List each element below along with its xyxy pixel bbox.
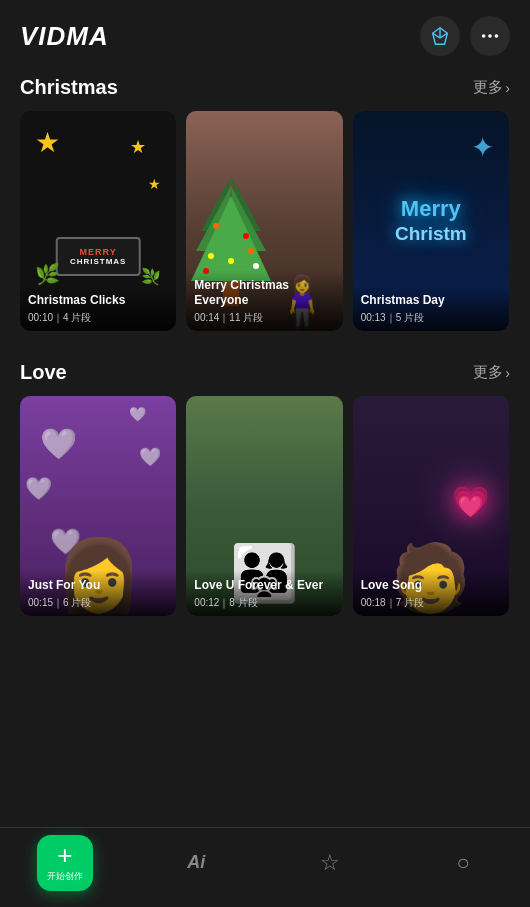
love-card2-title: Love U Forever & Ever <box>194 578 334 594</box>
card3-title: Christmas Day <box>361 293 501 309</box>
love-card1-info: Just For You 00:15｜6 片段 <box>20 570 176 616</box>
card3-meta: 00:13｜5 片段 <box>361 311 501 325</box>
svg-point-16 <box>253 263 259 269</box>
holly-icon-left: 🌿 <box>35 262 60 286</box>
star-icon-3: ★ <box>148 176 161 192</box>
main-content: Christmas 更多 › ★ ★ ★ MERRY CHRISTMAS <box>0 66 530 726</box>
merry-christmas-blue-text: Merry Christm <box>385 186 477 255</box>
love-card3-info: Love Song 00:18｜7 片段 <box>353 570 509 616</box>
love-card3-meta: 00:18｜7 片段 <box>361 596 501 610</box>
profile-icon: ○ <box>457 850 470 876</box>
love-card3-title: Love Song <box>361 578 501 594</box>
christmas-more-link[interactable]: 更多 › <box>473 78 510 97</box>
love-card2-meta: 00:12｜8 片段 <box>194 596 334 610</box>
more-icon <box>479 25 501 47</box>
ai-icon: Ai <box>187 852 205 873</box>
love-card2-info: Love U Forever & Ever 00:12｜8 片段 <box>186 570 342 616</box>
chevron-right-icon-love: › <box>505 365 510 381</box>
merry-christmas-label: MERRY CHRISTMAS <box>56 237 141 276</box>
love-cards-row: 🤍 🤍 🤍 🤍 🤍 👩 Just For You 00:15｜6 片段 👨‍👩‍… <box>0 396 530 636</box>
christmas-card-2[interactable]: 🧍‍♀️ Merry Christmas Everyone 00:14｜11 片… <box>186 111 342 331</box>
nav-favorites[interactable]: ☆ <box>300 850 360 876</box>
love-card-3[interactable]: 💗 🧑 Love Song 00:18｜7 片段 <box>353 396 509 616</box>
love-card1-meta: 00:15｜6 片段 <box>28 596 168 610</box>
svg-point-13 <box>208 253 214 259</box>
star-icon-1: ★ <box>35 126 60 159</box>
christmas-more-label: 更多 <box>473 78 503 97</box>
app-header: VIDMA <box>0 0 530 66</box>
card1-info: Christmas Clicks 00:10｜4 片段 <box>20 285 176 331</box>
holly-icon-right: 🌿 <box>141 267 161 286</box>
create-button[interactable]: + 开始创作 <box>37 835 93 891</box>
love-card-2[interactable]: 👨‍👩‍👧 Love U Forever & Ever 00:12｜8 片段 <box>186 396 342 616</box>
love-card1-title: Just For You <box>28 578 168 594</box>
svg-point-17 <box>228 258 234 264</box>
svg-point-14 <box>248 248 254 254</box>
nav-profile[interactable]: ○ <box>433 850 493 876</box>
star-icon-2: ★ <box>130 136 146 158</box>
svg-point-4 <box>495 34 499 38</box>
heart-icon-1: 🤍 <box>40 426 77 461</box>
nav-ai[interactable]: Ai <box>166 852 226 873</box>
pink-heart-icon: 💗 <box>452 484 489 519</box>
christmas-card-3[interactable]: ✦ Merry Christm Christmas Day 00:13｜5 片段 <box>353 111 509 331</box>
christmas-title: Christmas <box>20 76 118 99</box>
card1-title: Christmas Clicks <box>28 293 168 309</box>
gem-button[interactable] <box>420 16 460 56</box>
svg-point-12 <box>243 233 249 239</box>
create-label: 开始创作 <box>47 870 83 883</box>
love-section-header: Love 更多 › <box>0 351 530 396</box>
card3-info: Christmas Day 00:13｜5 片段 <box>353 285 509 331</box>
heart-icon-5: 🤍 <box>129 406 146 422</box>
star-nav-icon: ☆ <box>320 850 340 876</box>
love-more-link[interactable]: 更多 › <box>473 363 510 382</box>
love-card-1[interactable]: 🤍 🤍 🤍 🤍 🤍 👩 Just For You 00:15｜6 片段 <box>20 396 176 616</box>
create-plus-icon: + <box>57 842 72 868</box>
bottom-navigation: + 开始创作 Ai ☆ ○ <box>0 827 530 907</box>
header-actions <box>420 16 510 56</box>
heart-icon-3: 🤍 <box>139 446 161 468</box>
love-title: Love <box>20 361 67 384</box>
app-logo: VIDMA <box>20 21 109 52</box>
card2-meta: 00:14｜11 片段 <box>194 311 334 325</box>
svg-point-2 <box>482 34 486 38</box>
svg-point-3 <box>488 34 492 38</box>
love-more-label: 更多 <box>473 363 503 382</box>
heart-icon-2: 🤍 <box>25 476 52 502</box>
christmas-section-header: Christmas 更多 › <box>0 66 530 111</box>
card2-info: Merry Christmas Everyone 00:14｜11 片段 <box>186 270 342 331</box>
christmas-card-1[interactable]: ★ ★ ★ MERRY CHRISTMAS 🌿 🌿 Christmas Clic… <box>20 111 176 331</box>
card1-meta: 00:10｜4 片段 <box>28 311 168 325</box>
more-button[interactable] <box>470 16 510 56</box>
card2-title: Merry Christmas Everyone <box>194 278 334 309</box>
svg-point-11 <box>213 223 219 229</box>
star-blue-icon: ✦ <box>471 131 494 164</box>
christmas-cards-row: ★ ★ ★ MERRY CHRISTMAS 🌿 🌿 Christmas Clic… <box>0 111 530 351</box>
gem-icon <box>429 25 451 47</box>
chevron-right-icon: › <box>505 80 510 96</box>
